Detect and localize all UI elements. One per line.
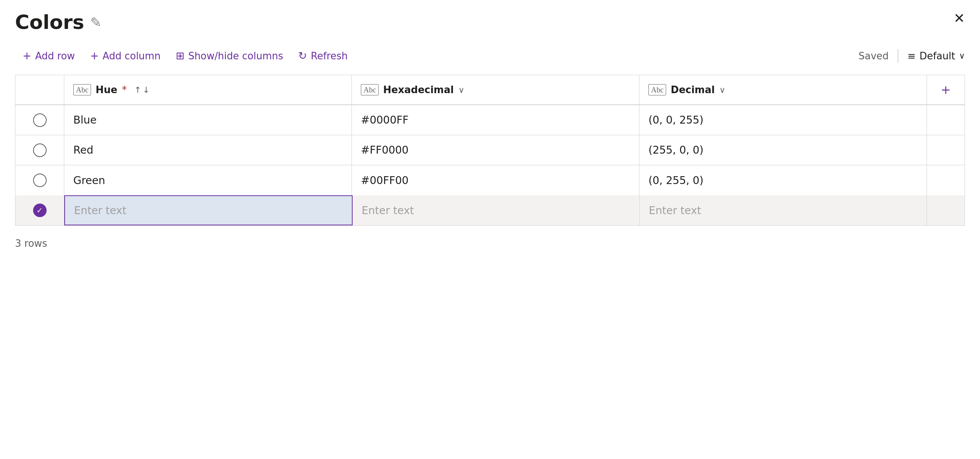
add-row-button[interactable]: + Add row [15,46,82,66]
row-1-hex-cell[interactable]: #FF0000 [352,135,640,165]
show-hide-columns-icon: ⊞ [175,49,184,62]
toolbar: + Add row + Add column ⊞ Show/hide colum… [15,46,965,66]
hex-dropdown-icon[interactable]: ∨ [458,85,464,95]
row-1-hex-value: #FF0000 [361,144,409,156]
row-2-selector[interactable] [16,165,64,195]
table-row: Red #FF0000 (255, 0, 0) [16,135,964,165]
row-2-decimal-cell[interactable]: (0, 255, 0) [640,165,927,195]
hexadecimal-column-header[interactable]: Abc Hexadecimal ∨ [352,75,640,105]
decimal-type-icon: Abc [648,84,666,95]
decimal-column-header[interactable]: Abc Decimal ∨ [640,75,927,105]
page-title: Colors [15,11,84,34]
default-label: Default [920,50,955,62]
decimal-dropdown-icon[interactable]: ∨ [719,85,725,95]
show-hide-columns-label: Show/hide columns [188,50,283,62]
row-1-hue-cell[interactable]: Red [64,135,352,165]
row-1-selector[interactable] [16,135,64,165]
chevron-down-icon: ∨ [959,51,965,60]
selector-column-header [16,75,64,105]
refresh-icon: ↻ [298,49,307,62]
row-1-extra [927,135,964,165]
refresh-button[interactable]: ↻ Refresh [291,46,355,66]
add-column-label: Add column [103,50,161,62]
hex-column-label: Hexadecimal [383,84,454,95]
hamburger-icon: ≡ [907,50,916,62]
data-table: Abc Hue * ↑ ↓ Abc Hexadecimal ∨ Abc Deci… [15,75,965,226]
row-0-decimal-value: (0, 0, 255) [648,114,704,126]
refresh-label: Refresh [311,50,348,62]
row-1-decimal-cell[interactable]: (255, 0, 0) [640,135,927,165]
table-row: Green #00FF00 (0, 255, 0) [16,165,964,195]
new-row-hex-cell[interactable]: Enter text [353,195,640,226]
toolbar-right: Saved ≡ Default ∨ [859,49,965,63]
hue-column-label: Hue [95,84,117,95]
default-button[interactable]: ≡ Default ∨ [907,50,965,62]
new-row-selector[interactable] [16,195,64,226]
row-0-hex-value: #0000FF [361,114,409,126]
new-row: Enter text Enter text Enter text [16,195,964,226]
table-rows: Blue #0000FF (0, 0, 255) Red #FF0000 (25… [16,105,964,195]
toolbar-divider [898,49,899,63]
row-0-hue-cell[interactable]: Blue [64,105,352,135]
edit-icon[interactable]: ✎ [90,15,102,30]
add-column-plus-icon[interactable]: + [941,83,951,97]
row-2-hex-cell[interactable]: #00FF00 [352,165,640,195]
row-0-hex-cell[interactable]: #0000FF [352,105,640,135]
add-column-header-button[interactable]: + [927,75,964,105]
new-row-decimal-placeholder: Enter text [649,204,701,217]
hue-sort-desc-icon[interactable]: ↓ [143,85,150,95]
hue-sort-asc-icon[interactable]: ↑ [134,85,141,95]
hue-sort-icons: ↑ ↓ [134,85,150,95]
row-count-footer: 3 rows [15,238,965,249]
row-count-label: 3 rows [15,238,48,249]
new-row-decimal-cell[interactable]: Enter text [640,195,927,226]
decimal-column-label: Decimal [671,84,714,95]
row-2-decimal-value: (0, 255, 0) [648,174,704,187]
row-2-hue-cell[interactable]: Green [64,165,352,195]
add-column-button[interactable]: + Add column [82,46,168,66]
add-column-icon: + [90,49,99,62]
show-hide-columns-button[interactable]: ⊞ Show/hide columns [168,46,291,66]
row-0-extra [927,105,964,135]
hue-column-header[interactable]: Abc Hue * ↑ ↓ [64,75,352,105]
close-icon[interactable]: ✕ [954,11,965,26]
row-2-hex-value: #00FF00 [361,174,409,187]
row-1-hue-value: Red [73,144,93,156]
row-0-selector[interactable] [16,105,64,135]
row-0-radio[interactable] [33,113,47,127]
add-row-label: Add row [35,50,75,62]
new-row-hue-cell[interactable]: Enter text [64,195,353,226]
table-header: Abc Hue * ↑ ↓ Abc Hexadecimal ∨ Abc Deci… [16,75,964,105]
title-area: Colors ✎ [15,11,102,34]
new-row-extra [927,195,964,226]
row-2-radio[interactable] [33,173,47,187]
table-row: Blue #0000FF (0, 0, 255) [16,105,964,135]
row-0-hue-value: Blue [73,114,97,126]
hue-required-star: * [122,84,127,95]
saved-label: Saved [859,50,889,62]
new-row-hex-placeholder: Enter text [362,204,414,217]
row-2-hue-value: Green [73,174,105,187]
hex-type-icon: Abc [361,84,379,95]
new-row-radio[interactable] [33,203,47,217]
row-1-radio[interactable] [33,143,47,157]
new-row-hue-placeholder: Enter text [74,204,126,217]
hue-type-icon: Abc [73,84,91,95]
row-0-decimal-cell[interactable]: (0, 0, 255) [640,105,927,135]
add-row-icon: + [22,49,31,62]
row-1-decimal-value: (255, 0, 0) [648,144,704,156]
row-2-extra [927,165,964,195]
